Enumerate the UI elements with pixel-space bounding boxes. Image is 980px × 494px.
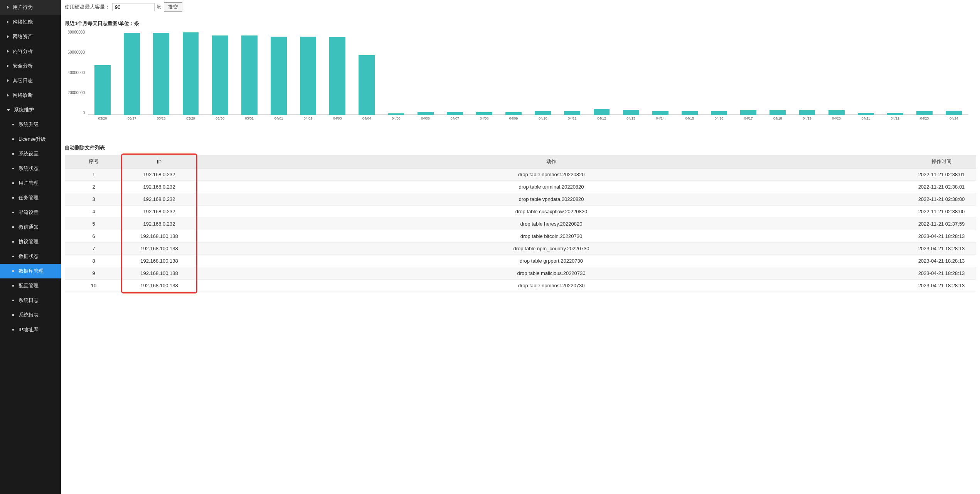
chart-bar[interactable]: [799, 110, 815, 115]
x-tick-label: 04/19: [792, 116, 822, 120]
cell-time: 2023-04-21 18:28:13: [907, 267, 976, 280]
bullet-icon: [12, 182, 14, 184]
chart-bar[interactable]: [447, 112, 463, 115]
table-row: 10192.168.100.138drop table npmhost.2022…: [65, 280, 976, 292]
sidebar-item-label: 网络资产: [13, 33, 33, 40]
sidebar-item[interactable]: 内容分析: [0, 44, 61, 59]
cell-ip: 192.168.0.232: [123, 193, 196, 206]
sidebar-item-label: 系统状态: [19, 165, 39, 172]
cell-action: drop table npmhost.20220820: [196, 169, 907, 181]
log-chart: 800000006000000040000000200000000 03/260…: [65, 30, 976, 130]
chart-bar[interactable]: [682, 111, 698, 115]
disk-capacity-input[interactable]: [112, 3, 155, 11]
chart-bar[interactable]: [652, 111, 668, 115]
sidebar-item[interactable]: 网络性能: [0, 15, 61, 29]
bullet-icon: [12, 197, 14, 199]
sidebar-subitem[interactable]: 微信通知: [0, 220, 61, 234]
sidebar-item[interactable]: 网络诊断: [0, 88, 61, 103]
bullet-icon: [12, 256, 14, 257]
bullet-icon: [12, 270, 14, 272]
x-tick-label: 03/26: [88, 116, 117, 120]
sidebar-subitem[interactable]: 协议管理: [0, 234, 61, 249]
chart-bar[interactable]: [623, 110, 639, 115]
chart-bar[interactable]: [505, 112, 522, 115]
x-tick-label: 04/16: [704, 116, 734, 120]
cell-ip: 192.168.100.138: [123, 267, 196, 280]
chart-bar[interactable]: [946, 111, 962, 115]
sidebar-subitem[interactable]: 系统状态: [0, 161, 61, 176]
x-tick-label: 04/11: [557, 116, 587, 120]
sidebar-item[interactable]: 用户行为: [0, 0, 61, 15]
chevron-right-icon: [7, 79, 9, 82]
x-tick-label: 04/20: [822, 116, 851, 120]
chart-bar-slot: [293, 37, 323, 115]
cell-time: 2023-04-21 18:28:13: [907, 280, 976, 292]
cell-ip: 192.168.0.232: [123, 218, 196, 230]
sidebar-item-label: 系统报表: [19, 312, 39, 319]
sidebar-subitem[interactable]: 任务管理: [0, 191, 61, 205]
sidebar-item[interactable]: 安全分析: [0, 59, 61, 73]
chart-bar[interactable]: [916, 111, 933, 115]
chart-bar[interactable]: [828, 110, 845, 115]
sidebar-subitem[interactable]: 系统升级: [0, 117, 61, 132]
cell-time: 2023-04-21 18:28:13: [907, 243, 976, 255]
cell-action: drop table vpndata.20220820: [196, 193, 907, 206]
sidebar-item-label: 数据状态: [19, 253, 39, 260]
chart-bar[interactable]: [858, 113, 874, 115]
sidebar-subitem[interactable]: 系统日志: [0, 293, 61, 308]
delete-file-table-wrap: 序号 IP 动作 操作时间 1192.168.0.232drop table n…: [65, 155, 976, 292]
sidebar-subitem[interactable]: 配置管理: [0, 278, 61, 293]
chart-bar[interactable]: [271, 37, 287, 115]
sidebar-item[interactable]: 其它日志: [0, 73, 61, 88]
chart-bar[interactable]: [887, 113, 903, 115]
submit-button[interactable]: 提交: [164, 2, 182, 12]
chart-bar[interactable]: [153, 33, 169, 115]
sidebar-subitem[interactable]: 系统报表: [0, 308, 61, 322]
sidebar-subitem[interactable]: 用户管理: [0, 176, 61, 191]
cell-time: 2022-11-21 02:38:00: [907, 206, 976, 218]
sidebar-item[interactable]: 网络资产: [0, 29, 61, 44]
chart-bar[interactable]: [359, 55, 375, 115]
sidebar-item-expanded[interactable]: 系统维护: [0, 103, 61, 117]
chart-bar[interactable]: [476, 112, 492, 115]
sidebar-subitem[interactable]: License升级: [0, 132, 61, 147]
sidebar-item-label: IP地址库: [19, 326, 38, 333]
chart-bar[interactable]: [241, 35, 258, 115]
chart-bar[interactable]: [212, 35, 228, 115]
chart-bar-slot: [704, 111, 734, 115]
sidebar-subitem[interactable]: 邮箱设置: [0, 205, 61, 220]
chart-bar[interactable]: [564, 111, 580, 115]
cell-seq: 9: [65, 267, 123, 280]
cell-time: 2022-11-21 02:38:01: [907, 169, 976, 181]
chart-bar[interactable]: [329, 37, 345, 115]
chart-bar-slot: [851, 113, 881, 115]
chevron-right-icon: [7, 6, 9, 9]
chart-bar[interactable]: [124, 33, 140, 115]
bullet-icon: [12, 212, 14, 213]
sidebar-subitem[interactable]: 系统设置: [0, 147, 61, 161]
chart-bar[interactable]: [740, 110, 756, 115]
chart-bar-slot: [411, 112, 440, 115]
delete-file-table: 序号 IP 动作 操作时间 1192.168.0.232drop table n…: [65, 155, 976, 292]
chart-bar[interactable]: [183, 32, 199, 115]
cell-action: drop table cusaxpflow.20220820: [196, 206, 907, 218]
sidebar-subitem[interactable]: 数据库管理: [0, 264, 61, 278]
chart-bar[interactable]: [770, 110, 786, 115]
table-row: 1192.168.0.232drop table npmhost.2022082…: [65, 169, 976, 181]
chart-bar[interactable]: [535, 111, 551, 115]
sidebar-subitem[interactable]: 数据状态: [0, 249, 61, 264]
chart-bar[interactable]: [711, 111, 727, 115]
chart-bar[interactable]: [594, 109, 610, 115]
cell-action: drop table mailcious.20220730: [196, 267, 907, 280]
th-ip: IP: [123, 155, 196, 169]
sidebar-item-label: 协议管理: [19, 238, 39, 245]
chart-bar[interactable]: [94, 65, 111, 115]
chart-bar[interactable]: [300, 37, 316, 115]
chart-bar[interactable]: [418, 112, 434, 115]
chart-bar-slot: [352, 55, 381, 115]
sidebar: 用户行为网络性能网络资产内容分析安全分析其它日志网络诊断系统维护系统升级Lice…: [0, 0, 61, 494]
bullet-icon: [12, 168, 14, 169]
cell-action: drop table grpport.20220730: [196, 255, 907, 267]
chart-bar[interactable]: [388, 113, 404, 115]
sidebar-subitem[interactable]: IP地址库: [0, 322, 61, 337]
